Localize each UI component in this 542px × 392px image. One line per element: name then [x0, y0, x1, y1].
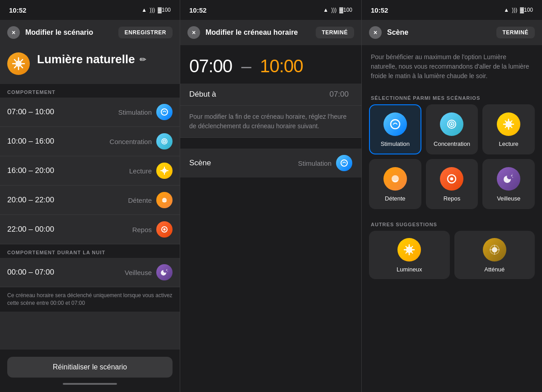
reset-button[interactable]: Réinitialiser le scénario	[7, 357, 173, 378]
svg-point-12	[164, 141, 165, 142]
scenario-title-area: Lumière naturelle ✏	[37, 52, 173, 66]
stimulation-icon-mid	[340, 159, 349, 168]
attenue-card-icon	[488, 243, 501, 256]
suggestions-section-label: AUTRES SUGGESTIONS	[362, 216, 542, 231]
schedule-list: 07:00 – 10:00 Stimulation 10:00 – 16:00 …	[0, 98, 180, 350]
scene-card-name-repos: Repos	[444, 195, 461, 202]
night-section: COMPORTEMENT DURANT LA NUIT 00:00 – 07:0…	[0, 244, 180, 312]
panel-middle: 10:52 ▲ ))) ▓100 × Modifier le créneau h…	[180, 0, 361, 392]
repos-icon	[160, 225, 169, 234]
svg-line-35	[511, 126, 512, 128]
panel-left: 10:52 ▲ ))) ▓100 × Modifier le scénario …	[0, 0, 180, 392]
scene-card-icon-attenue	[483, 238, 506, 261]
svg-point-28	[451, 123, 453, 125]
schedule-label-2: Concentration	[110, 138, 152, 145]
suggestions-grid: Lumineux Atténué	[362, 231, 542, 288]
close-button-right[interactable]: ×	[369, 26, 382, 39]
done-button-right[interactable]: TERMINÉ	[496, 27, 535, 38]
scene-card-icon-repos	[440, 167, 463, 191]
svg-line-7	[21, 60, 23, 61]
svg-point-53	[492, 247, 497, 252]
end-time: 10:00	[260, 56, 303, 76]
debut-row[interactable]: Début à 07:00	[180, 84, 361, 106]
veilleuse-card-icon	[502, 173, 515, 185]
schedule-item-5[interactable]: 22:00 – 00:00 Repos	[0, 215, 180, 244]
debut-label: Début à	[189, 90, 329, 99]
scene-card-attenue[interactable]: Atténué	[454, 231, 535, 279]
scene-label: Scène	[189, 159, 298, 168]
scene-card-name-stimulation: Stimulation	[381, 140, 410, 147]
scene-value: Stimulation	[298, 159, 332, 167]
status-icons-right: ▲ ))) ▓100	[504, 7, 533, 13]
status-bar-right: 10:52 ▲ ))) ▓100	[362, 0, 542, 20]
schedule-time-night: 00:00 – 07:00	[7, 268, 125, 277]
svg-point-25	[391, 120, 400, 129]
scene-card-name-lumineux: Lumineux	[397, 266, 422, 273]
svg-point-42	[512, 177, 513, 178]
svg-line-50	[411, 252, 413, 253]
schedule-item-3[interactable]: 16:00 – 20:00 Lecture	[0, 156, 180, 186]
svg-line-51	[411, 247, 413, 248]
wifi-icon-mid: )))	[331, 7, 336, 13]
edit-icon[interactable]: ✏	[140, 55, 146, 65]
battery-icon-right: ▓100	[520, 7, 533, 13]
signal-icon-mid: ▲	[323, 7, 328, 13]
lecture-icon	[160, 166, 169, 175]
scene-row[interactable]: Scène Stimulation	[180, 149, 361, 177]
close-button-left[interactable]: ×	[7, 26, 20, 39]
selected-section-label: SÉLECTIONNÉ PARMI MES SCÉNARIOS	[362, 90, 542, 104]
signal-icon: ▲	[141, 7, 147, 13]
nav-bar-middle: × Modifier le créneau horaire TERMINÉ	[180, 20, 361, 45]
scenario-title-row: Lumière naturelle ✏	[37, 52, 173, 66]
scene-card-name-concentration: Concentration	[434, 140, 470, 147]
schedule-item-1[interactable]: 07:00 – 10:00 Stimulation	[0, 98, 180, 127]
scene-card-stimulation[interactable]: Stimulation	[369, 104, 421, 154]
wifi-icon-right: )))	[512, 7, 517, 13]
close-button-middle[interactable]: ×	[187, 26, 200, 39]
scene-icon-2	[156, 133, 173, 149]
svg-point-13	[162, 168, 167, 173]
concentration-card-icon	[445, 118, 458, 131]
scene-card-lecture[interactable]: Lecture	[482, 104, 535, 154]
scene-card-name-attenue: Atténué	[484, 266, 505, 273]
nuit-label: COMPORTEMENT DURANT LA NUIT	[0, 244, 180, 258]
schedule-item-2[interactable]: 10:00 – 16:00 Concentration	[0, 127, 180, 156]
time-right: 10:52	[371, 6, 388, 14]
scene-card-repos[interactable]: Repos	[426, 159, 478, 209]
scene-card-name-veilleuse: Veilleuse	[497, 195, 520, 202]
schedule-item-4[interactable]: 20:00 – 22:00 Détente	[0, 186, 180, 215]
scene-icon-night	[156, 264, 173, 280]
time-middle: 10:52	[189, 6, 206, 14]
repos-card-icon	[445, 173, 458, 185]
save-button[interactable]: ENREGISTRER	[118, 27, 173, 38]
schedule-label-5: Repos	[132, 226, 152, 233]
svg-point-21	[166, 270, 167, 271]
time-left: 10:52	[9, 6, 26, 14]
sun-scenario-icon	[12, 57, 25, 70]
scene-icon-4	[156, 192, 173, 208]
status-icons-middle: ▲ ))) ▓100	[323, 7, 352, 13]
scene-card-detente[interactable]: Détente	[369, 159, 421, 209]
scene-card-name-lecture: Lecture	[499, 140, 518, 147]
scene-card-veilleuse[interactable]: Veilleuse	[482, 159, 535, 209]
scenario-header: Lumière naturelle ✏	[0, 45, 180, 84]
scene-card-icon-lecture	[497, 112, 520, 136]
detente-icon	[160, 196, 169, 205]
done-button-middle[interactable]: TERMINÉ	[316, 27, 355, 38]
scene-card-lumineux[interactable]: Lumineux	[369, 231, 450, 279]
nav-title-right: Scène	[387, 28, 491, 37]
schedule-time-3: 16:00 – 20:00	[7, 166, 129, 175]
comportement-label: COMPORTEMENT	[0, 84, 180, 98]
debut-value: 07:00	[329, 90, 349, 99]
schedule-item-night[interactable]: 00:00 – 07:00 Veilleuse	[0, 258, 180, 287]
stimulation-icon	[160, 107, 169, 117]
night-note: Ce créneau horaire sera déclenché unique…	[0, 287, 180, 312]
svg-point-40	[450, 177, 453, 181]
scene-card-icon-veilleuse	[497, 167, 520, 191]
panel-right: 10:52 ▲ ))) ▓100 × Scène TERMINÉ Pour bé…	[361, 0, 542, 392]
svg-line-8	[14, 66, 16, 68]
svg-point-24	[341, 160, 347, 166]
schedule-time-2: 10:00 – 16:00	[7, 137, 110, 146]
scene-card-concentration[interactable]: Concentration	[426, 104, 478, 154]
scene-grid: Stimulation Concentration	[362, 104, 542, 216]
